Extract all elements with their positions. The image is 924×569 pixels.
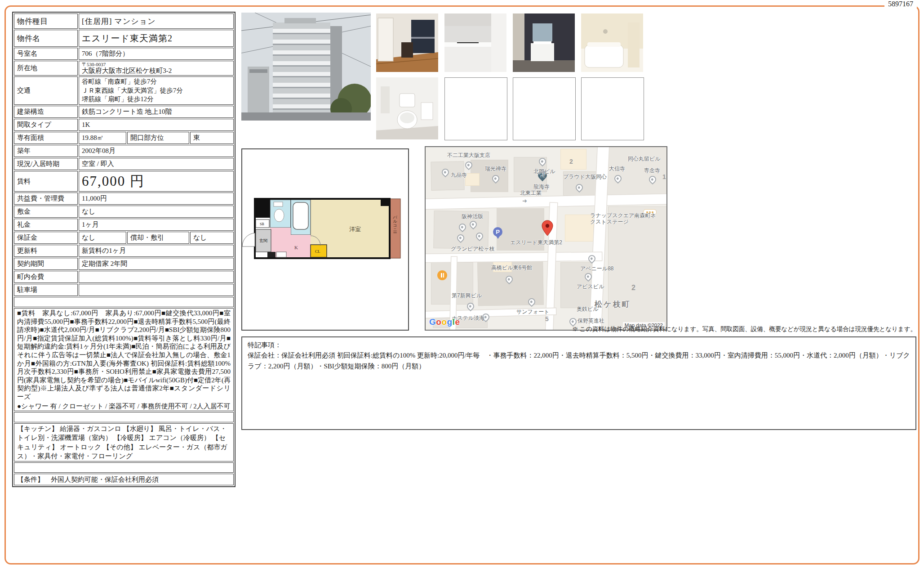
map-label: アベニール88 (580, 265, 613, 273)
rent-row: 賃料67,000 円 (14, 171, 234, 192)
map-building (565, 215, 594, 242)
map-label: サンフォート (516, 308, 549, 316)
postal-code: 〒530-0037 (82, 62, 231, 67)
table-row: 更新料新賃料の1ヶ月 (14, 245, 234, 257)
special-notes-title: 特記事項： (248, 340, 910, 350)
location-map[interactable]: ➜ 卍 P 不二工業大阪支店 同心丸留ビル 専念寺 大信寺 九品寺 瑞光禅寺 北… (425, 146, 667, 331)
table-row: 築年2002年08月 (14, 145, 234, 157)
map-label: 奥鉄ビル (577, 305, 599, 313)
conditions-body: 【条件】 外国人契約可能・保証会社利用必須 (14, 474, 234, 485)
photo-slot-empty (513, 77, 576, 140)
plan-balcony-label: バルコニー (393, 212, 398, 233)
map-label: ラナップスクエア南森町ネクストステージ (590, 213, 657, 225)
property-details-table: 物件種目[住居用] マンション 物件名エスリード東天満第2 号室名706（7階部… (12, 12, 235, 487)
equipment-header: 設 備 (14, 412, 234, 422)
special-notes-text: 保証会社：保証会社利用必須 初回保証料:総賃料の100% 更新時:20,000円… (248, 350, 910, 372)
map-label: グランピア松ヶ枝 (451, 245, 495, 253)
table-row: 保証金なし償却・敷引なし (14, 232, 234, 244)
photo-bathroom (581, 13, 643, 72)
map-label: 不二工業大阪支店 (447, 152, 490, 159)
table-row: 町内会費 (14, 271, 234, 283)
map-label: エスリード東天満第2 (510, 239, 562, 246)
table-row: 建築構造鉄筋コンクリート造 地上10階 (14, 106, 234, 118)
map-label: 専念寺 (644, 167, 660, 175)
floor-plan: バルコニー 洋室 SB K 玄関 (241, 148, 409, 331)
map-road-number: 2 (569, 158, 573, 165)
map-road-number: 5 (545, 315, 549, 323)
disclaimer-note: ※ この資料は物件の概略紹介資料になります。写真、間取図面、設備、概要などが現況… (241, 325, 916, 333)
map-label: 九品寺 (451, 171, 467, 179)
equipment-body: 【キッチン】 給湯器・ガスコンロ 【水廻り】 風呂・トイレ・バス・トイレ別・洗濯… (14, 423, 234, 461)
map-label: アビスビル (577, 283, 604, 291)
parking-pin-icon[interactable]: P (493, 227, 502, 237)
table-row: 物件種目[住居用] マンション (14, 13, 234, 29)
plan-entrance-label: 玄関 (259, 238, 267, 243)
photo-toilet (376, 77, 438, 139)
destination-pin-icon[interactable] (542, 220, 553, 238)
remarks-text: ■賃料 家具なし:67,000円 家具あり:67,000円■鍵交換代33,000… (17, 309, 231, 401)
restaurant-pin-icon[interactable] (437, 270, 447, 280)
table-row: 交通 谷町線「南森町」徒歩7分ＪＲ東西線「大阪天満宮」徒歩7分堺筋線「扇町」徒歩… (14, 76, 234, 105)
plan-sb-label: SB (260, 222, 264, 226)
photo-kitchen (444, 13, 506, 72)
address: 大阪府大阪市北区松ケ枝町3-2 (82, 67, 231, 75)
map-label: 阪神活版 (462, 213, 483, 220)
property-flyer-page: { "page": { "doc_id": "5897167" }, "prop… (0, 0, 924, 569)
map-label: 保野英進社 (578, 317, 604, 325)
map-label: 北岡ビル (533, 168, 555, 175)
table-row: 駐車場 (14, 284, 234, 296)
map-label: 北東工業 (520, 189, 542, 197)
map-label: 高橋ビル東6号館 (491, 264, 532, 272)
map-road-number: 1 (662, 173, 666, 180)
remarks-text2: ●シャワー 有 / クローゼット / 楽器不可 / 事務所使用不可 / 2人入居… (17, 402, 231, 411)
photo-washroom (513, 13, 575, 72)
table-row: 号室名706（7階部分） (14, 48, 234, 60)
map-building (560, 149, 586, 170)
oneway-arrow-icon: ➜ (522, 197, 527, 204)
map-label: 瑞光禅寺 (485, 165, 506, 173)
table-row: 専有面積19.88㎡開口部方位東 (14, 132, 234, 144)
table-row: 敷金なし (14, 206, 234, 218)
remarks-body: ■賃料 家具なし:67,000円 家具あり:67,000円■鍵交換代33,000… (14, 308, 234, 411)
map-label: 第7新興ビル (452, 292, 482, 300)
table-row: 間取タイプ1K (14, 119, 234, 131)
document-id: 5897167 (884, 0, 917, 8)
table-row: 所在地 〒530-0037大阪府大阪市北区松ケ枝町3-2 (14, 61, 234, 76)
map-label: 大信寺 (609, 165, 625, 173)
map-label: プラウド大阪同心 (563, 173, 607, 181)
conditions-header: 条 件 (14, 462, 234, 473)
plan-kitchen-label: K (294, 245, 298, 250)
special-notes-box: 特記事項： 保証会社：保証会社利用必須 初回保証料:総賃料の100% 更新時:2… (241, 336, 916, 430)
map-label: 同心丸留ビル (628, 155, 661, 163)
remarks-header: 備 考 (14, 297, 234, 307)
plan-closet-label: CL (315, 249, 320, 254)
map-road-number: 2 (631, 284, 635, 292)
map-label-district: 松ケ枝町 (595, 299, 631, 309)
table-row: 現況/入居時期空室 / 即入 (14, 158, 234, 170)
photo-slot-empty (444, 77, 507, 140)
plan-room-label: 洋室 (349, 226, 361, 233)
photo-building-exterior (241, 13, 371, 121)
table-row: 契約期間定期借家 2年間 (14, 258, 234, 270)
map-building (465, 173, 480, 186)
table-row: 礼金1ヶ月 (14, 219, 234, 231)
photo-slot-empty (581, 77, 644, 140)
photo-interior-room (376, 13, 438, 72)
rent-amount: 67,000 円 (79, 171, 234, 192)
table-row: 物件名エスリード東天満第2 (14, 30, 234, 47)
table-row: 共益費・管理費11,000円 (14, 193, 234, 205)
